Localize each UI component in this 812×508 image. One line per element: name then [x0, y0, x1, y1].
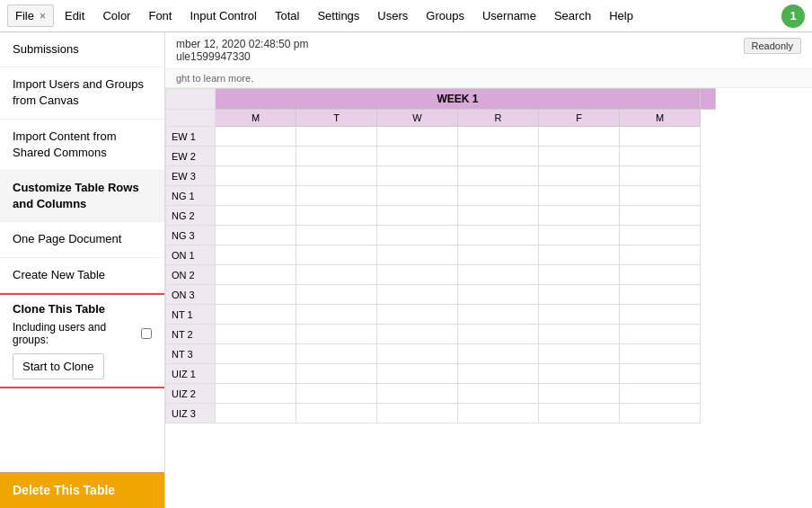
- close-icon[interactable]: ×: [40, 10, 46, 22]
- data-cell[interactable]: [620, 404, 701, 423]
- data-cell[interactable]: [458, 404, 539, 423]
- menu-item-settings[interactable]: Settings: [310, 5, 366, 26]
- data-cell[interactable]: [620, 166, 701, 186]
- data-cell[interactable]: [539, 186, 620, 206]
- data-cell[interactable]: [620, 186, 701, 206]
- menu-item-help[interactable]: Help: [602, 5, 640, 26]
- data-cell[interactable]: [296, 147, 377, 166]
- data-cell[interactable]: [539, 226, 620, 245]
- data-cell[interactable]: [458, 166, 539, 186]
- data-cell[interactable]: [620, 285, 701, 305]
- data-cell[interactable]: [296, 226, 377, 245]
- data-cell[interactable]: [216, 226, 296, 245]
- data-cell[interactable]: [377, 226, 458, 245]
- menu-item-total[interactable]: Total: [268, 5, 306, 26]
- delete-table-section[interactable]: Delete This Table: [0, 472, 164, 508]
- data-cell[interactable]: [296, 166, 377, 186]
- menu-item-color[interactable]: Color: [95, 5, 137, 26]
- data-cell[interactable]: [539, 404, 620, 423]
- data-cell[interactable]: [377, 344, 458, 364]
- data-cell[interactable]: [296, 265, 377, 285]
- data-cell[interactable]: [216, 325, 296, 344]
- data-cell[interactable]: [539, 364, 620, 384]
- data-cell[interactable]: [296, 404, 377, 423]
- data-cell[interactable]: [377, 285, 458, 305]
- data-cell[interactable]: [377, 384, 458, 404]
- menu-item-search[interactable]: Search: [547, 5, 598, 26]
- data-cell[interactable]: [216, 186, 296, 206]
- data-cell[interactable]: [458, 245, 539, 265]
- data-cell[interactable]: [377, 325, 458, 344]
- sidebar-item-customize-table[interactable]: Customize Table Rows and Columns: [0, 171, 164, 222]
- data-cell[interactable]: [458, 344, 539, 364]
- data-cell[interactable]: [216, 265, 296, 285]
- data-cell[interactable]: [458, 364, 539, 384]
- menu-item-input-control[interactable]: Input Control: [182, 5, 263, 26]
- data-cell[interactable]: [216, 344, 296, 364]
- data-cell[interactable]: [458, 147, 539, 166]
- data-cell[interactable]: [296, 305, 377, 325]
- data-cell[interactable]: [620, 344, 701, 364]
- data-cell[interactable]: [620, 245, 701, 265]
- data-cell[interactable]: [539, 147, 620, 166]
- data-cell[interactable]: [539, 285, 620, 305]
- data-cell[interactable]: [539, 384, 620, 404]
- data-cell[interactable]: [620, 206, 701, 226]
- data-cell[interactable]: [216, 206, 296, 226]
- data-cell[interactable]: [620, 384, 701, 404]
- data-cell[interactable]: [458, 226, 539, 245]
- menu-item-font[interactable]: Font: [141, 5, 179, 26]
- data-cell[interactable]: [216, 245, 296, 265]
- data-cell[interactable]: [377, 206, 458, 226]
- data-cell[interactable]: [458, 265, 539, 285]
- data-cell[interactable]: [216, 127, 296, 147]
- menu-item-edit[interactable]: Edit: [57, 5, 92, 26]
- data-cell[interactable]: [539, 206, 620, 226]
- sidebar-item-submissions[interactable]: Submissions: [0, 32, 164, 67]
- data-cell[interactable]: [539, 344, 620, 364]
- data-cell[interactable]: [377, 364, 458, 384]
- data-cell[interactable]: [458, 206, 539, 226]
- data-cell[interactable]: [458, 305, 539, 325]
- data-cell[interactable]: [377, 127, 458, 147]
- data-cell[interactable]: [296, 364, 377, 384]
- data-cell[interactable]: [296, 245, 377, 265]
- clone-checkbox[interactable]: [141, 328, 152, 339]
- file-menu[interactable]: File ×: [7, 4, 54, 27]
- sidebar-item-import-content[interactable]: Import Content from Shared Commons: [0, 120, 164, 171]
- data-cell[interactable]: [296, 344, 377, 364]
- avatar[interactable]: 1: [781, 4, 805, 28]
- data-cell[interactable]: [377, 305, 458, 325]
- sidebar-item-one-page[interactable]: One Page Document: [0, 222, 164, 257]
- data-cell[interactable]: [539, 127, 620, 147]
- data-cell[interactable]: [458, 285, 539, 305]
- data-cell[interactable]: [539, 265, 620, 285]
- data-cell[interactable]: [620, 305, 701, 325]
- data-cell[interactable]: [216, 364, 296, 384]
- data-cell[interactable]: [216, 305, 296, 325]
- data-cell[interactable]: [296, 206, 377, 226]
- data-cell[interactable]: [539, 245, 620, 265]
- data-cell[interactable]: [216, 285, 296, 305]
- data-cell[interactable]: [620, 226, 701, 245]
- data-cell[interactable]: [620, 325, 701, 344]
- menu-item-username[interactable]: Username: [475, 5, 543, 26]
- data-cell[interactable]: [377, 265, 458, 285]
- data-cell[interactable]: [216, 166, 296, 186]
- data-cell[interactable]: [458, 325, 539, 344]
- data-cell[interactable]: [296, 127, 377, 147]
- data-cell[interactable]: [458, 127, 539, 147]
- data-cell[interactable]: [377, 186, 458, 206]
- data-cell[interactable]: [216, 404, 296, 423]
- data-cell[interactable]: [296, 285, 377, 305]
- data-cell[interactable]: [377, 404, 458, 423]
- data-cell[interactable]: [377, 245, 458, 265]
- data-cell[interactable]: [458, 384, 539, 404]
- data-cell[interactable]: [377, 166, 458, 186]
- data-cell[interactable]: [377, 147, 458, 166]
- sidebar-item-create-table[interactable]: Create New Table: [0, 258, 164, 293]
- data-cell[interactable]: [296, 186, 377, 206]
- data-cell[interactable]: [539, 325, 620, 344]
- start-clone-button[interactable]: Start to Clone: [13, 353, 104, 379]
- menu-item-users[interactable]: Users: [370, 5, 415, 26]
